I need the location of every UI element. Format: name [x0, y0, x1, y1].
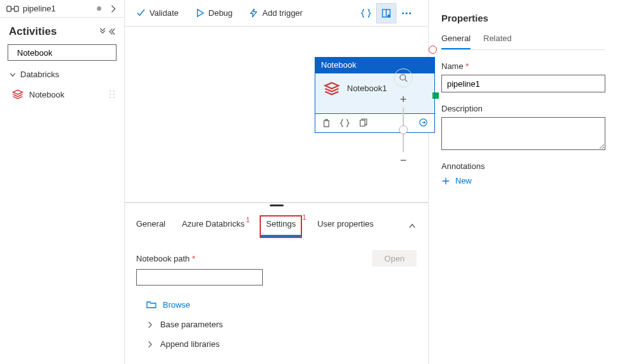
node-type-label: Notebook [315, 57, 435, 73]
braces-icon[interactable] [340, 118, 350, 128]
browse-button[interactable]: Browse [146, 299, 417, 310]
description-input[interactable] [441, 117, 605, 150]
collapse-panel-button[interactable] [408, 222, 417, 232]
search-icon [399, 73, 408, 82]
badge: 1 [303, 214, 306, 221]
tab-title: pipeline1 [23, 4, 93, 13]
svg-rect-20 [360, 120, 365, 126]
zoom-thumb[interactable] [399, 125, 408, 134]
more-icon [401, 8, 412, 19]
code-view-button[interactable] [356, 3, 376, 23]
braces-icon [361, 8, 371, 18]
svg-rect-1 [15, 6, 19, 11]
svg-point-9 [110, 97, 111, 98]
badge: 1 [246, 217, 250, 223]
svg-point-19 [409, 12, 411, 14]
description-label: Description [441, 104, 605, 113]
toolbar-more-button[interactable] [396, 3, 417, 23]
svg-point-7 [110, 94, 111, 95]
name-label: Name * [441, 61, 605, 71]
grip-icon [109, 90, 115, 99]
svg-point-5 [110, 91, 111, 92]
collapse-all-icon[interactable] [99, 28, 106, 35]
zoom-in-button[interactable]: + [395, 91, 412, 108]
tab-azure-databricks[interactable]: Azure Databricks1 [182, 219, 244, 235]
annotations-label: Annotations [441, 161, 605, 171]
svg-rect-0 [7, 6, 11, 11]
chevron-right-icon [146, 341, 154, 348]
collapse-left-icon[interactable] [108, 28, 115, 35]
node-name: Notebook1 [347, 84, 387, 93]
svg-point-17 [402, 12, 404, 14]
activity-node-notebook[interactable]: Notebook Notebook1 [315, 57, 435, 133]
databricks-notebook-icon [323, 80, 341, 97]
success-port-icon[interactable] [432, 92, 439, 99]
add-output-icon[interactable] [419, 118, 428, 127]
activity-item-notebook[interactable]: Notebook [0, 83, 124, 106]
zoom-out-button[interactable]: − [395, 152, 412, 168]
new-annotation-button[interactable]: New [441, 176, 605, 185]
pipeline-icon [6, 4, 19, 13]
copy-icon[interactable] [358, 118, 368, 128]
chevron-down-icon [9, 71, 16, 78]
open-button: Open [372, 250, 417, 267]
plus-icon [441, 177, 450, 185]
pipeline-tab[interactable]: pipeline1 [0, 0, 124, 18]
svg-line-23 [405, 80, 408, 82]
svg-point-22 [400, 75, 406, 80]
properties-tab-related[interactable]: Related [483, 34, 512, 49]
unsaved-dot-icon [97, 6, 101, 11]
pipeline-canvas[interactable]: Notebook Notebook1 + [125, 27, 428, 203]
validation-error-icon [429, 46, 437, 54]
svg-point-16 [388, 15, 390, 17]
tab-general[interactable]: General [136, 219, 165, 235]
name-input[interactable] [441, 75, 605, 92]
bolt-icon [249, 8, 258, 18]
validate-button[interactable]: Validate [136, 8, 179, 18]
databricks-notebook-icon [11, 88, 24, 101]
add-trigger-button[interactable]: Add trigger [249, 8, 303, 18]
zoom-fit-button[interactable] [394, 68, 413, 87]
svg-point-10 [113, 97, 115, 98]
debug-button[interactable]: Debug [195, 8, 232, 18]
svg-point-6 [113, 91, 115, 92]
activities-heading: Activities [9, 25, 99, 38]
notebook-path-input[interactable] [136, 269, 263, 286]
tab-settings[interactable]: Settings1 [261, 217, 301, 237]
chevron-right-icon [146, 321, 154, 329]
append-libraries-toggle[interactable]: Append libraries [146, 339, 417, 349]
properties-tab-general[interactable]: General [441, 34, 470, 49]
delete-icon[interactable] [322, 118, 331, 128]
svg-point-18 [405, 12, 407, 14]
chevron-up-icon [408, 222, 417, 230]
folder-icon [146, 299, 156, 310]
chevron-right-icon[interactable] [109, 4, 118, 13]
category-label: Databricks [20, 70, 59, 79]
zoom-slider[interactable] [403, 108, 404, 152]
play-icon [195, 8, 205, 18]
properties-heading: Properties [441, 13, 605, 23]
panel-resize-handle[interactable] [270, 204, 284, 206]
svg-point-8 [113, 94, 115, 95]
properties-panel: Properties General Related Name * Descri… [428, 0, 618, 364]
activity-search[interactable] [8, 44, 117, 61]
activity-item-label: Notebook [29, 90, 65, 99]
properties-icon [381, 8, 391, 18]
category-databricks[interactable]: Databricks [0, 66, 124, 83]
activity-search-input[interactable] [16, 47, 125, 58]
base-parameters-toggle[interactable]: Base parameters [146, 320, 417, 329]
tab-user-properties[interactable]: User properties [317, 219, 374, 235]
properties-toggle-button[interactable] [376, 3, 396, 23]
notebook-path-label: Notebook path * [136, 254, 195, 263]
check-icon [136, 8, 146, 18]
